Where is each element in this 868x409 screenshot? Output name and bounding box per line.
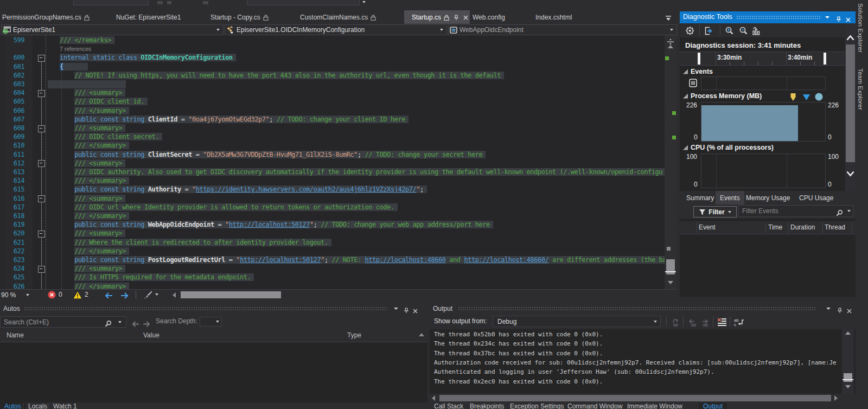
output-titlebar[interactable]: Output	[430, 303, 856, 315]
close-icon[interactable]	[463, 15, 468, 20]
pin-icon[interactable]	[454, 15, 459, 21]
token[interactable]: http://localhost:48660/	[464, 256, 548, 264]
next-message-wrap[interactable]	[700, 317, 709, 327]
token[interactable]: http://localhost:50127	[240, 256, 321, 264]
window-position-chevron[interactable]	[826, 308, 831, 310]
scroll-down-arrow[interactable]	[668, 281, 673, 284]
output-vscrollbar[interactable]	[842, 329, 854, 394]
autos-titlebar[interactable]: Autos	[0, 303, 427, 315]
window-position-chevron[interactable]	[825, 16, 829, 18]
events-table-body[interactable]	[680, 234, 856, 297]
hscroll-thumb[interactable]	[181, 291, 281, 298]
document-tab-startup-copy-cs[interactable]: Startup - Copy.cs	[210, 10, 269, 24]
toolbar-combo-partial-2[interactable]	[247, 0, 360, 5]
zoom-in-icon[interactable]	[725, 26, 734, 35]
chart-tool-wrap[interactable]	[752, 25, 761, 35]
chevron-up-icon[interactable]	[846, 33, 854, 43]
column-header-type[interactable]: Type	[347, 331, 361, 339]
diag-tab-cpu-usage[interactable]: CPU Usage	[795, 191, 838, 204]
hscroll-left-arrow[interactable]	[432, 395, 435, 401]
export-report-icon[interactable]	[704, 27, 713, 35]
chevron-down-icon[interactable]	[118, 321, 122, 323]
memory-section-header[interactable]: Process Memory (MB)	[683, 92, 762, 100]
editor-vertical-scrollbar[interactable]	[665, 35, 676, 289]
column-header-time[interactable]: Time	[768, 223, 782, 231]
timeline-ruler[interactable]: 3:30min3:40min	[680, 52, 845, 66]
filter-button[interactable]: Filter	[693, 206, 737, 218]
zoom-out-wrap[interactable]	[739, 25, 748, 35]
cpu-section-header[interactable]: CPU (% of all processors)	[683, 144, 774, 151]
document-tab-web-config[interactable]: Web.config	[473, 10, 505, 24]
scrollbar-thumb[interactable]	[846, 44, 855, 162]
settings-gear-icon[interactable]	[685, 26, 694, 35]
search-back-wrap[interactable]	[132, 319, 139, 329]
word-wrap-icon[interactable]: abc	[734, 318, 744, 326]
pin-icon[interactable]	[837, 308, 843, 314]
scroll-up-arrow[interactable]	[419, 333, 424, 336]
scrollbar-thumb[interactable]	[844, 373, 852, 382]
zoom-out-icon[interactable]	[739, 26, 748, 35]
next-message-icon[interactable]	[700, 319, 709, 327]
scroll-up-arrow[interactable]	[668, 45, 673, 48]
pin-icon[interactable]	[836, 16, 841, 22]
goto-message-wrap[interactable]	[671, 317, 680, 327]
gear-wrap[interactable]	[685, 25, 694, 35]
document-tab-startup-cs[interactable]: Startup.cs	[404, 10, 470, 24]
fold-collapse-box[interactable]	[38, 266, 45, 273]
close-icon[interactable]	[847, 309, 852, 314]
back-arrow[interactable]	[105, 291, 113, 299]
clear-all-icon[interactable]	[717, 318, 727, 327]
tab-overflow-button[interactable]	[665, 13, 672, 23]
output-source-combo[interactable]: Debug	[493, 316, 661, 327]
format-brush-wrap[interactable]	[144, 291, 152, 299]
ruler-selection-start[interactable]	[698, 53, 700, 65]
forward-arrow[interactable]	[120, 291, 129, 299]
codelens-references[interactable]: 7 references	[60, 44, 91, 53]
token[interactable]: https://identity.hawservers.com/oauth2/a…	[196, 186, 416, 193]
events-section-header[interactable]: Events	[683, 68, 713, 75]
tool-tab-autos[interactable]: Autos	[0, 402, 25, 409]
document-tab-customclaimnames-cs[interactable]: CustomClaimNames.cs	[300, 10, 376, 24]
hscroll-thumb[interactable]	[439, 395, 831, 401]
filter-events-input[interactable]: Filter Events	[738, 205, 853, 217]
code-editor[interactable]: 599 /// </remarks>7 references600 intern…	[0, 35, 676, 289]
expander-icon[interactable]	[683, 94, 688, 99]
fold-collapse-box[interactable]	[38, 55, 45, 62]
pin-wrap[interactable]	[404, 305, 409, 315]
warning-icon-wrap[interactable]	[73, 291, 82, 299]
chevron-down-icon[interactable]	[847, 210, 851, 212]
fold-collapse-box[interactable]	[38, 125, 45, 132]
scroll-down-arrow[interactable]	[845, 385, 851, 388]
error-icon-wrap[interactable]	[48, 291, 56, 299]
tool-tab-watch-1[interactable]: Watch 1	[49, 402, 81, 409]
document-tab-index-cshtml[interactable]: Index.cshtml	[535, 10, 572, 24]
zoom-dropdown[interactable]: 90 %	[1, 291, 33, 299]
hscroll-right-arrow[interactable]	[834, 395, 838, 401]
events-icon-wrap[interactable]	[689, 78, 697, 87]
search-back-icon[interactable]	[132, 321, 139, 327]
pin-wrap[interactable]	[836, 14, 841, 24]
token[interactable]: http://localhost:50127	[229, 221, 310, 228]
clear-all-wrap[interactable]	[717, 317, 727, 327]
tool-tab-breakpoints[interactable]: Breakpoints	[465, 402, 508, 409]
pin-icon[interactable]	[404, 308, 409, 314]
tab-pin[interactable]	[454, 14, 459, 21]
search-icon-wrap[interactable]	[105, 318, 112, 328]
goto-message-icon[interactable]	[671, 318, 680, 327]
rail-tab-team-explorer[interactable]: Team Explorer	[857, 68, 864, 110]
scroll-up-arrow[interactable]	[845, 331, 851, 335]
zoom-in-wrap[interactable]	[725, 25, 734, 35]
column-header-event[interactable]: Event	[699, 223, 716, 231]
column-header-value[interactable]: Value	[143, 331, 159, 339]
tool-tab-exception-settings[interactable]: Exception Settings	[506, 402, 568, 409]
search-icon-wrap[interactable]	[836, 208, 843, 218]
diag-tab-summary[interactable]: Summary	[682, 191, 718, 204]
toolbar-combo-partial-1[interactable]	[73, 0, 149, 5]
search-input[interactable]: Search (Ctrl+E)	[0, 316, 126, 328]
fold-collapse-box[interactable]	[38, 160, 45, 167]
search-forward-icon[interactable]	[143, 321, 150, 327]
nav-dropdown-0[interactable]: EpiserverSite1	[1, 24, 224, 35]
hscroll-left-arrow[interactable]	[173, 292, 176, 298]
export-wrap[interactable]	[704, 25, 713, 35]
window-position-chevron[interactable]	[394, 308, 398, 310]
